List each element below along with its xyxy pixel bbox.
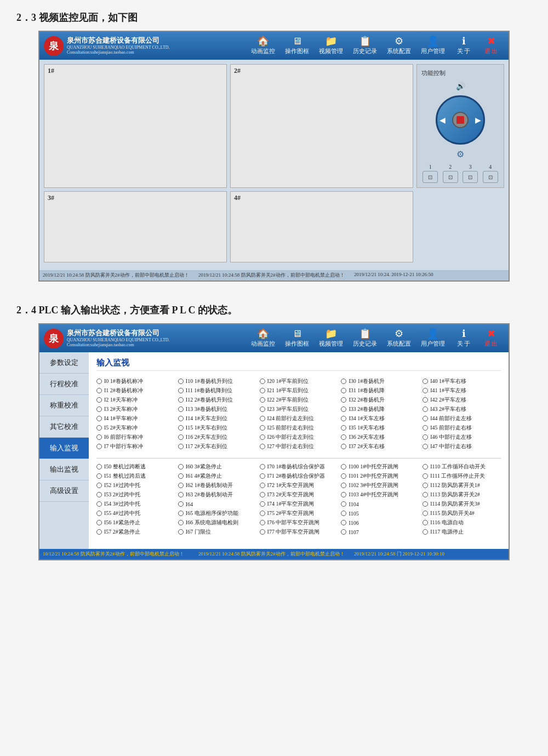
- gear-icon: ⚙: [395, 36, 403, 46]
- ptz-ring[interactable]: ◀ ▶: [436, 95, 485, 145]
- video-panel-1: 1#: [44, 64, 227, 188]
- io-label-I26: I26 中部行走左到位: [267, 433, 315, 441]
- volume-icon: 🔊: [456, 82, 465, 91]
- sidebar-item-qita[interactable]: 其它校准: [39, 416, 89, 438]
- app-header: 泉 泉州市苏合建桥设备有限公司 QUANZHOU SUHEJIANQIAO EQ…: [39, 32, 509, 60]
- io-label-I64: I64: [186, 501, 193, 507]
- nav-exit-label: 退 出: [484, 47, 498, 55]
- sidebar-item-output[interactable]: 输出监视: [39, 459, 89, 480]
- home-icon: 🏠: [257, 36, 269, 46]
- company-cn: 泉州市苏合建桥设备有限公司: [67, 36, 170, 45]
- plc-nav-caozuo[interactable]: 🖥操作图框: [281, 327, 313, 350]
- io-item-I4: I4 1#平车称冲: [96, 415, 175, 422]
- io-item-I33: I33 2#卷扬机降: [341, 405, 419, 413]
- sidebar-item-input[interactable]: 输入监视: [39, 438, 89, 459]
- cam-group-4: 4 ⊡: [482, 164, 500, 183]
- io-label-I107: I107: [349, 529, 358, 535]
- sidebar-item-advanced[interactable]: 高级设置: [39, 480, 89, 502]
- nav-settings[interactable]: ⚙系统配置: [383, 34, 415, 58]
- plc-nav-exit[interactable]: ✖退 出: [478, 327, 504, 350]
- ptz-gear-icon[interactable]: ⚙: [456, 149, 464, 159]
- plc-main-title: 输入监视: [96, 358, 501, 371]
- plc-nav-history[interactable]: 📋历史记录: [349, 327, 381, 350]
- video-panel-4: 4#: [230, 191, 413, 262]
- nav-settings-label: 系统配置: [387, 47, 411, 55]
- plc-nav-settings[interactable]: ⚙系统配置: [383, 327, 415, 350]
- clipboard-icon: 📋: [359, 36, 371, 46]
- sidebar-item-xingcheng[interactable]: 行程校准: [39, 374, 89, 395]
- io-item-I1: I1 2#卷扬机称冲: [96, 387, 175, 394]
- io-label-I22: I22 2#平车前到位: [267, 396, 309, 404]
- io-dot-I75: [260, 511, 265, 516]
- cam-group-2: 2 ⊡: [442, 164, 460, 183]
- io-label-I20: I20 1#平车前到位: [267, 377, 309, 385]
- io-item-I43: I43 2#平车右移: [423, 405, 501, 413]
- io-label-I2: I2 1#天车称冲: [104, 396, 138, 404]
- nav-donghua[interactable]: 🏠动画监控: [247, 34, 279, 58]
- io-label-I36: I36 2#天车左移: [349, 433, 385, 441]
- status-item-2: 2019/12/21 10:24:58 防风防雾并关2#动作，前部中部电机禁止启…: [198, 272, 350, 279]
- io-item-I44: I44 前部行走左移: [423, 415, 501, 422]
- cam-btn-2[interactable]: ⊡: [443, 171, 458, 183]
- io-item-I40: I40 1#平车右移: [423, 377, 501, 385]
- cam-btn-3[interactable]: ⊡: [463, 171, 478, 183]
- io-item-I13: I13 3#卷扬机到位: [178, 405, 256, 413]
- io-label-I40: I40 1#平车右移: [430, 377, 466, 385]
- plc-app-header: 泉 泉州市苏合建桥设备有限公司 QUANZHOU SUHEJIANQIAO EQ…: [39, 324, 509, 352]
- nav-history[interactable]: 📋历史记录: [349, 34, 381, 58]
- nav-users[interactable]: 👤用户管理: [416, 34, 449, 58]
- exit-icon: ✖: [487, 36, 495, 46]
- plc-company-en2: Consultation:suhejianqiao.taobao.com: [67, 342, 170, 348]
- plc-header-logo: 泉 泉州市苏合建桥设备有限公司 QUANZHOU SUHEJIANQIAO EQ…: [44, 329, 170, 348]
- ptz-right-arrow[interactable]: ▶: [475, 116, 481, 125]
- io-dot-I77: [260, 529, 265, 535]
- io-dot-I40: [423, 379, 428, 384]
- io-dot-I3: [96, 406, 102, 412]
- io-label-I27: I27 中部行走右到位: [267, 443, 315, 450]
- ptz-left-arrow[interactable]: ◀: [439, 116, 446, 125]
- io-dot-I115: [423, 511, 428, 516]
- plc-nav-video[interactable]: 📁视频管理: [315, 327, 347, 350]
- io-dot-I34: [341, 416, 346, 421]
- io-item-I7: I7 中部行车称冲: [96, 443, 175, 450]
- io-item-I116: I116 电源自动: [423, 519, 501, 526]
- io-dot-I42: [423, 397, 428, 403]
- nav-history-label: 历史记录: [353, 47, 377, 55]
- io-item-I12: I12 2#卷扬机升到位: [178, 396, 256, 404]
- cam-btn-4[interactable]: ⊡: [483, 171, 498, 183]
- io-label-I6: I6 前部行车称冲: [104, 433, 143, 441]
- nav-caozuo[interactable]: 🖥操作图框: [281, 34, 313, 58]
- io-dot-I43: [423, 406, 428, 412]
- video-panel-3: 3#: [44, 191, 227, 262]
- ptz-control[interactable]: ◀ ▶: [436, 95, 485, 145]
- plc-nav-users[interactable]: 👤用户管理: [416, 327, 449, 350]
- sidebar-item-chengzhong[interactable]: 称重校准: [39, 395, 89, 416]
- io-label-I33: I33 2#卷扬机降: [349, 405, 385, 413]
- plc-gear-icon: ⚙: [395, 329, 403, 339]
- io-item-I63: I63 2#卷扬机制动开: [178, 491, 256, 499]
- nav-about[interactable]: ℹ关 于: [450, 34, 477, 58]
- io-label-I114: I114 防风防雾开关3#: [430, 500, 480, 508]
- plc-nav-about[interactable]: ℹ关 于: [450, 327, 477, 350]
- io-dot-I54: [96, 501, 102, 507]
- io-label-I65: I65 电源相序保护功能: [186, 509, 238, 517]
- io-item-I54: I54 3#过跨中托: [96, 500, 175, 508]
- io-label-I44: I44 前部行走左移: [430, 415, 472, 422]
- io-label-I23: I23 3#平车后到位: [267, 405, 309, 413]
- io-dot-I114: [423, 501, 428, 507]
- io-item-I35: I35 1#天车右移: [341, 424, 419, 432]
- io-dot-I61: [178, 473, 184, 479]
- io-dot-I105: [341, 511, 346, 516]
- nav-about-label: 关 于: [457, 47, 471, 55]
- sidebar-item-canshu[interactable]: 参数设定: [39, 352, 89, 374]
- plc-monitor-window: 泉 泉州市苏合建桥设备有限公司 QUANZHOU SUHEJIANQIAO EQ…: [38, 323, 510, 560]
- io-label-I11: I11 1#卷扬机降到位: [186, 387, 232, 394]
- io-label-I24: I24 前部行走左到位: [267, 415, 315, 422]
- io-dot-I63: [178, 492, 184, 497]
- nav-video[interactable]: 📁视频管理: [315, 34, 347, 58]
- io-item-I77: I77 中部平车空开跳闸: [260, 528, 338, 536]
- plc-nav-donghua[interactable]: 🏠动画监控: [247, 327, 279, 350]
- io-label-I41: I41 1#平车左移: [430, 387, 466, 394]
- cam-btn-1[interactable]: ⊡: [423, 171, 438, 183]
- nav-exit[interactable]: ✖退 出: [478, 34, 504, 58]
